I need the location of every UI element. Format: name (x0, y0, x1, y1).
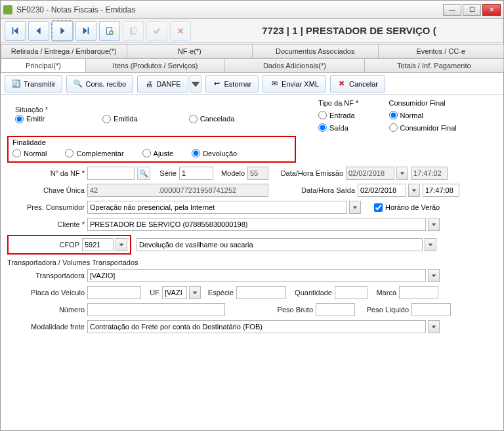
transmitir-button[interactable]: 🔄Transmitir (5, 75, 62, 92)
data-saida-input[interactable] (358, 184, 406, 197)
cfop-desc-input[interactable] (136, 238, 423, 251)
radio-cancelada[interactable]: Cancelada (189, 115, 235, 123)
data-emissao-dropdown[interactable] (396, 167, 408, 180)
horario-verao-checkbox[interactable]: Horário de Verão (374, 203, 440, 212)
cons-recibo-button[interactable]: 🔍Cons. recibo (66, 75, 133, 92)
tab-nfe[interactable]: NF-e(*) (127, 44, 253, 58)
chave-label: Chave Única (7, 186, 85, 194)
finalidade-group: Finalidade Normal Complementar Ajuste De… (7, 136, 296, 163)
window-title: SF0230 - Notas Fiscais - Emitidas (16, 5, 443, 14)
quantidade-input[interactable] (335, 286, 368, 299)
radio-emitida[interactable]: Emitida (102, 115, 138, 123)
peso-bruto-input[interactable] (316, 303, 355, 316)
tab-totais[interactable]: Totais / Inf. Pagamento (364, 58, 504, 72)
danfe-button[interactable]: 🖨DANFE (137, 75, 188, 92)
marca-label: Marca (370, 289, 396, 297)
danfe-dropdown[interactable] (190, 75, 201, 92)
chave-input (87, 184, 268, 197)
app-window: SF0230 - Notas Fiscais - Emitidas — ☐ ✕ … (0, 0, 504, 431)
radio-cf-normal[interactable]: Normal (389, 111, 457, 119)
cancel-nav-button (170, 21, 191, 41)
next-record-button[interactable] (52, 21, 73, 41)
cliente-input[interactable] (87, 218, 426, 231)
cliente-dropdown[interactable] (428, 218, 440, 231)
confirm-button (146, 21, 167, 41)
refresh-icon: 🔄 (12, 79, 21, 89)
radio-saida[interactable]: Saída (318, 123, 355, 132)
tab-retirada[interactable]: Retirada / Entrega / Embarque(*) (1, 44, 127, 58)
main-tabs: Principal(*) Itens (Produtos / Serviços)… (1, 58, 503, 73)
modalidade-label: Modalidade frete (7, 323, 85, 331)
numero-label: Número (7, 306, 85, 314)
marca-input[interactable] (399, 286, 438, 299)
modalidade-input[interactable] (87, 320, 426, 333)
cfop-input[interactable] (82, 238, 114, 251)
peso-liquido-label: Peso Líquido (358, 306, 409, 314)
uf-label: UF (144, 289, 159, 297)
peso-liquido-input[interactable] (411, 303, 451, 316)
radio-fin-complementar[interactable]: Complementar (65, 149, 123, 157)
n-nf-input[interactable] (87, 167, 135, 180)
tab-itens[interactable]: Itens (Produtos / Serviços) (85, 58, 225, 72)
radio-fin-ajuste[interactable]: Ajuste (142, 149, 174, 157)
first-record-button[interactable] (5, 21, 26, 41)
close-button[interactable]: ✕ (482, 4, 501, 16)
modelo-input (247, 167, 268, 180)
maximize-button[interactable]: ☐ (463, 4, 481, 16)
n-nf-search-button[interactable]: 🔍 (137, 167, 150, 180)
serie-input[interactable] (179, 167, 213, 180)
record-info: 7723 | 1 | PRESTADOR DE SERVIÇO ( (194, 25, 499, 36)
numero-input[interactable] (87, 303, 225, 316)
finalidade-label: Finalidade (12, 138, 291, 146)
cancel-icon: ✖ (337, 79, 346, 89)
tab-dados[interactable]: Dados Adicionais(*) (224, 58, 364, 72)
data-emissao-input (346, 167, 394, 180)
uf-dropdown[interactable] (189, 286, 201, 299)
modalidade-dropdown[interactable] (428, 320, 440, 333)
enviar-xml-button[interactable]: ✉Enviar XML (262, 75, 326, 92)
uf-input[interactable] (162, 286, 187, 299)
radio-entrada[interactable]: Entrada (318, 111, 355, 119)
prev-record-button[interactable] (28, 21, 49, 41)
transportadora-dropdown[interactable] (428, 269, 440, 282)
data-saida-label: Data/Hora Saída (271, 186, 355, 194)
situacao-label: Situação * (15, 106, 296, 113)
tab-principal[interactable]: Principal(*) (1, 58, 86, 72)
estornar-button[interactable]: ↩Estornar (205, 75, 259, 92)
action-toolbar: 🔄Transmitir 🔍Cons. recibo 🖨DANFE ↩Estorn… (1, 73, 503, 95)
peso-bruto-label: Peso Bruto (228, 306, 313, 314)
cancelar-button[interactable]: ✖Cancelar (330, 75, 385, 92)
quantidade-label: Quantidade (289, 289, 332, 297)
titlebar: SF0230 - Notas Fiscais - Emitidas — ☐ ✕ (1, 1, 503, 19)
radio-emitir[interactable]: Emitir (15, 115, 45, 123)
tab-docs[interactable]: Documentos Associados (252, 44, 379, 58)
pres-consumidor-input[interactable] (87, 201, 347, 214)
hora-saida-input[interactable] (423, 184, 459, 197)
transportadora-input[interactable] (87, 269, 426, 282)
radio-fin-normal[interactable]: Normal (12, 149, 47, 157)
app-icon (3, 5, 12, 14)
tab-eventos[interactable]: Eventos / CC-e (378, 44, 505, 58)
modelo-label: Modelo (216, 169, 245, 177)
n-nf-label: Nº da NF * (7, 169, 85, 177)
minimize-button[interactable]: — (443, 4, 461, 16)
consumidor-final-label: Consumidor Final (389, 99, 472, 107)
form-area: Situação * Emitir Emitida Cancelada Tipo… (1, 95, 503, 430)
undo-icon: ↩ (213, 79, 222, 89)
pres-consumidor-dropdown[interactable] (349, 201, 361, 214)
cfop-desc-dropdown[interactable] (425, 238, 436, 251)
nav-toolbar: 7723 | 1 | PRESTADOR DE SERVIÇO ( (1, 19, 503, 43)
data-emissao-label: Data/Hora Emissão (271, 169, 343, 177)
pres-consumidor-label: Pres. Consumidor (7, 203, 85, 211)
cfop-dropdown[interactable] (116, 238, 127, 251)
especie-input[interactable] (236, 286, 286, 299)
new-record-button[interactable] (99, 21, 120, 41)
radio-cf-final[interactable]: Consumidor Final (389, 123, 457, 132)
print-icon: 🖨 (144, 79, 154, 89)
svg-rect-3 (131, 27, 136, 33)
placa-label: Placa do Veículo (7, 289, 85, 297)
radio-fin-devolucao[interactable]: Devolução (192, 149, 237, 157)
placa-input[interactable] (87, 286, 141, 299)
last-record-button[interactable] (75, 21, 96, 41)
data-saida-dropdown[interactable] (408, 184, 420, 197)
